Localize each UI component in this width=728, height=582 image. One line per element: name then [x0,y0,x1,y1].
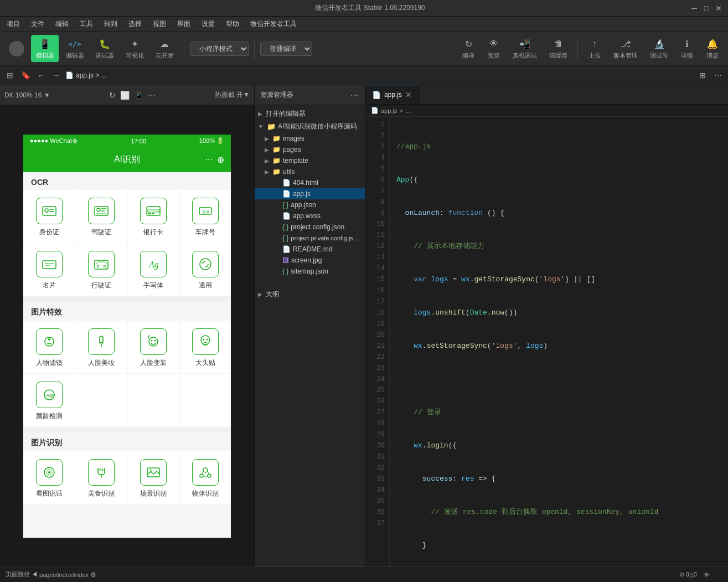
card-makeup[interactable]: 人脸美妆 [75,321,127,373]
card-age[interactable]: Age 颜龄检测 [23,374,75,426]
code-content[interactable]: //app.js App({ onLaunch: function () { /… [390,117,728,566]
maximize-button[interactable]: □ [703,4,710,12]
menu-tools[interactable]: 工具 [78,18,95,30]
more-options-btn[interactable]: ⋯ [711,69,725,82]
menu-project[interactable]: 项目 [4,18,22,30]
sim-zoom[interactable]: DK 100% 16 ▼ [4,91,50,99]
card-food[interactable]: 美食识别 [75,451,127,504]
svg-rect-15 [43,261,56,269]
page-path-label: 页面路径 ◀ [6,570,38,579]
notification-btn[interactable]: 🔔 消息 [701,35,724,62]
errors-label: 0△0 [686,571,697,578]
card-business[interactable]: 名片 [23,243,75,296]
tab-close-btn[interactable]: ✕ [405,90,412,99]
detail-btn[interactable]: ℹ 详情 [676,35,698,62]
tree-utils[interactable]: ▶ 📁 utils [255,166,365,177]
minimize-button[interactable]: ─ [690,4,698,12]
code-area[interactable]: 123 456 789 101112 131415 161718 192021 … [365,117,728,566]
phone-menu-btn[interactable]: ⊕ [217,154,224,165]
menu-file[interactable]: 文件 [29,18,47,30]
tab-appjs[interactable]: 📄 app.js ✕ [365,85,419,104]
forward-btn[interactable]: → [50,69,63,82]
avatar-btn[interactable] [4,39,29,59]
eye-btn[interactable]: 👁 [704,571,710,578]
card-big-head[interactable]: 大头贴 [179,321,231,373]
explorer-tree[interactable]: ▶ 打开的编辑器 ▼ 📁 AI智能识别微信小程序源码 ▶ 📁 images ▶ … [255,105,365,566]
compile-btn[interactable]: ↻ 编译 [457,35,479,62]
version-btn[interactable]: ⎇ 版本管理 [609,35,642,62]
phone-dots-btn[interactable]: ··· [205,154,213,165]
page-path-item[interactable]: 页面路径 ◀ pages/index/index ⚙ [6,570,96,579]
explorer-more-btn[interactable]: ⋯ [349,90,359,101]
tree-sitemap[interactable]: { } sitemap.json [255,266,365,277]
menu-view[interactable]: 视图 [151,18,168,30]
tree-appwxss[interactable]: 📄 app.wxss [255,210,365,222]
mode-select[interactable]: 小程序模式 [190,42,249,56]
svg-point-29 [151,339,152,341]
card-icon-big-head [192,328,219,355]
clean-btn[interactable]: 🗑 清缓存 [545,35,572,62]
real-machine-btn[interactable]: 📲 真机调试 [508,35,541,62]
tree-outline[interactable]: ▶ 大纲 [255,288,365,301]
tree-404[interactable]: 📄 404.html [255,177,365,188]
split-editor-btn[interactable]: ⊟ [3,69,17,82]
editor-btn[interactable]: </> 编辑器 [61,35,89,62]
svg-line-49 [208,471,209,474]
menu-interface[interactable]: 界面 [175,18,193,30]
tree-readme[interactable]: 📄 README.md [255,244,365,255]
back-btn[interactable]: ← [34,69,48,82]
sim-refresh-btn[interactable]: ↻ [109,91,116,100]
sim-more-btn[interactable]: ⋯ [148,91,156,100]
menu-wechat-tools[interactable]: 微信开发者工具 [248,18,299,30]
tree-appjs[interactable]: 📄 app.js [255,188,365,199]
card-driver[interactable]: 驾驶证 [75,190,127,243]
card-plate[interactable]: 京A 车牌号 [179,190,231,243]
tree-appjson[interactable]: { } app.json [255,199,365,210]
menu-edit[interactable]: 编辑 [53,18,71,30]
card-general[interactable]: 通用 [179,243,231,296]
close-button[interactable]: ✕ [715,4,722,12]
errors-item[interactable]: ⊘ 0△0 [679,571,697,578]
compile-select[interactable]: 普通编译 [260,42,312,56]
upload-btn[interactable]: ↑ 上传 [584,35,606,62]
test-btn[interactable]: 🔬 测试号 [646,35,673,62]
card-label-food: 美食识别 [88,489,115,498]
cloud-btn[interactable]: ☁ 云开发 [151,35,178,62]
preview-btn[interactable]: 👁 预览 [483,35,505,62]
toggle-panels-btn[interactable]: ⊞ [696,69,709,82]
menu-settings[interactable]: 设置 [199,18,217,30]
tree-project-root[interactable]: ▼ 📁 AI智能识别微信小程序源码 [255,120,365,133]
compile-label: 编译 [462,51,474,60]
main-area: DK 100% 16 ▼ ↻ ⬜ 📱 ⋯ 热面截 开▼ ●●●●● WeChat… [0,85,728,566]
card-scene[interactable]: 场景识别 [127,451,179,504]
debugger-btn[interactable]: 🐛 调试器 [91,35,118,62]
more-btn-bottom[interactable]: ⋯ [716,571,722,578]
card-filter[interactable]: 人物滤镜 [23,321,75,373]
card-id[interactable]: 身份证 [23,190,75,243]
card-image-talk[interactable]: 看图说话 [23,451,75,504]
tree-projectconfig[interactable]: { } project.config.json [255,222,365,233]
card-handwriting[interactable]: Ag 手写体 [127,243,179,296]
sim-stop-btn[interactable]: ⬜ [120,91,130,100]
tree-images[interactable]: ▶ 📁 images [255,133,365,144]
tree-open-editors[interactable]: ▶ 打开的编辑器 [255,107,365,120]
card-label-bank: 银行卡 [143,228,163,237]
card-vehicle[interactable]: 行驶证 [75,243,127,296]
card-face-change[interactable]: 人脸变装 [127,321,179,373]
window-controls[interactable]: ─ □ ✕ [690,4,722,12]
bookmark-btn[interactable]: 🔖 [19,69,32,82]
menu-goto[interactable]: 转到 [102,18,120,30]
sim-phone-btn[interactable]: 📱 [134,91,143,100]
visualizer-btn[interactable]: ✦ 可视化 [121,35,148,62]
tree-template[interactable]: ▶ 📁 template [255,155,365,166]
menu-help[interactable]: 帮助 [224,18,241,30]
menu-select[interactable]: 选择 [126,18,144,30]
tree-pages[interactable]: ▶ 📁 pages [255,144,365,155]
tree-screen[interactable]: 🖼 screen.jpg [255,255,365,266]
phone-content[interactable]: OCR 身份证 驾驶证 [23,172,231,538]
sim-hotkeys[interactable]: 热面截 开▼ [215,90,250,100]
card-object[interactable]: 物体识别 [179,451,231,504]
card-bank[interactable]: 银行卡 [127,190,179,243]
simulator-btn[interactable]: 📱 模拟器 [31,35,59,62]
tree-projectprivate[interactable]: { } project.private.config.js... [255,233,365,244]
